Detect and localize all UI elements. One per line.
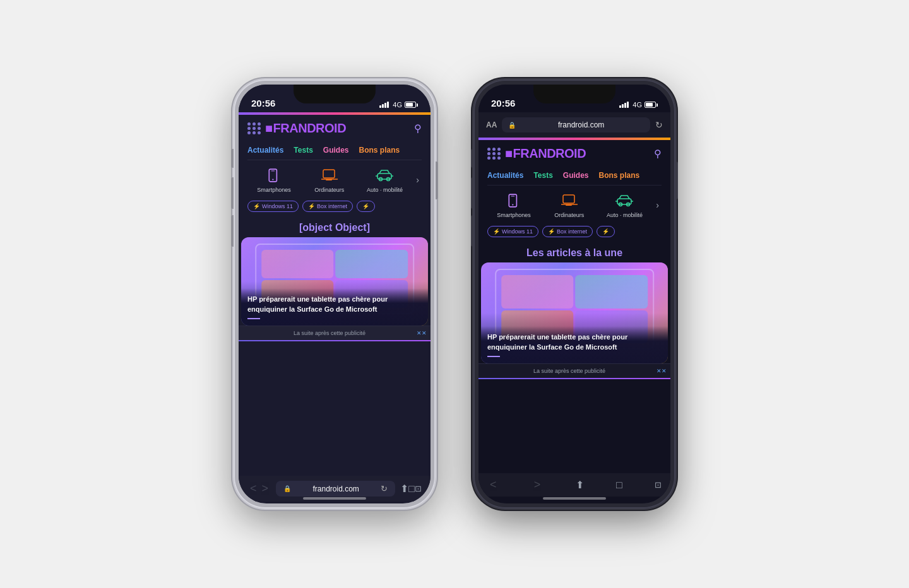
article-title-2: HP préparerait une tablette pas chère po… [487,332,662,352]
logo-2[interactable]: ■FRANDROID [505,146,586,161]
article-card-1[interactable]: HP préparerait une tablette pas chère po… [241,237,428,326]
volume-down-button-2 [471,215,473,247]
tag-box-2[interactable]: ⚡ Box internet [542,226,593,237]
nav-bons-plans-2[interactable]: Bons plans [599,171,640,180]
tag-windows-2[interactable]: ⚡ Windows 11 [487,226,538,237]
bookmarks-icon-2[interactable]: □ [616,479,622,491]
category-auto-2[interactable]: Auto · mobilité [598,192,651,218]
scene: 20:56 4G [0,0,909,588]
home-indicator-1 [303,497,366,500]
section-title-2: Les articles à la une [478,242,670,262]
volume-up-button-2 [471,177,473,209]
logo-area-1: ■FRANDROID [247,121,346,136]
url-bar-2[interactable]: 🔒 frandroid.com [502,117,650,132]
nav-tests-2[interactable]: Tests [533,171,552,180]
lock-icon-2: 🔒 [508,122,516,129]
menu-dots-icon-1[interactable] [247,122,261,134]
forward-button-2[interactable]: > [532,478,544,491]
svg-point-1 [272,179,273,180]
svg-rect-3 [323,170,335,178]
ad-gradient-2 [478,378,670,379]
reload-icon-1[interactable]: ↻ [381,484,388,493]
aa-label-2[interactable]: AA [486,121,497,129]
smartphones-label-1: Smartphones [257,187,291,193]
volume-up-button [231,177,234,209]
lightning-icon-5: ⚡ [548,228,555,235]
tabs-icon-1[interactable]: ⊡ [415,484,422,493]
ordinateurs-label-1: Ordinateurs [314,187,344,193]
network-type-1: 4G [393,101,402,109]
share-icon-1[interactable]: ⬆ [400,483,408,495]
tags-row-2: ⚡ Windows 11 ⚡ Box internet ⚡ [487,222,662,242]
status-time-2: 20:56 [491,98,515,109]
nav-tests-1[interactable]: Tests [294,146,312,155]
categories-chevron-2[interactable]: › [653,200,662,210]
browser-top-bar-2: AA 🔒 frandroid.com ↻ [478,112,670,138]
category-auto-1[interactable]: Auto · mobilité [359,167,412,193]
nav-guides-2[interactable]: Guides [563,171,589,180]
logo-area-2: ■FRANDROID [487,146,586,161]
lightning-icon-3: ⚡ [362,203,369,209]
mute-button [231,149,234,168]
search-icon-2[interactable]: ⚲ [654,148,662,160]
svg-rect-16 [566,204,572,206]
site-nav-1: Actualités Tests Guides Bons plans [247,141,422,160]
nav-bons-plans-1[interactable]: Bons plans [359,146,400,155]
nav-guides-1[interactable]: Guides [323,146,349,155]
smartphone-icon-1 [263,167,285,184]
site-header-2: ■FRANDROID ⚲ Actualités Tests Guides Bon… [478,140,670,242]
ad-bar-2: La suite après cette publicité ✕✕ [478,363,670,378]
url-bar-1[interactable]: 🔒 frandroid.com ↻ [276,481,395,497]
smartphone-icon-2 [502,192,525,209]
notch [294,85,376,103]
back-button-1[interactable]: < [247,482,259,495]
site-content-2[interactable]: ■FRANDROID ⚲ Actualités Tests Guides Bon… [478,140,670,473]
logo-1[interactable]: ■FRANDROID [265,121,346,136]
phone-2: 20:56 4G [473,79,675,509]
phone-1: 20:56 4G [234,79,436,509]
back-button-2[interactable]: < [487,478,499,491]
category-smartphones-2[interactable]: Smartphones [487,192,540,218]
forward-button-1[interactable]: > [259,482,271,495]
tag-windows-1[interactable]: ⚡ Windows 11 [247,201,299,212]
nav-actualites-2[interactable]: Actualités [487,171,523,180]
category-ordinateurs-2[interactable]: Ordinateurs [543,192,596,218]
category-smartphones-1[interactable]: Smartphones [247,167,300,193]
categories-2: Smartphones Ordinateurs [487,185,662,222]
svg-rect-14 [563,195,574,203]
svg-rect-5 [326,179,332,180]
menu-dots-icon-2[interactable] [487,148,501,160]
tag-extra-2[interactable]: ⚡ [597,226,615,237]
tabs-icon-2[interactable]: ⊡ [655,480,662,490]
nav-actualites-1[interactable]: Actualités [247,146,283,155]
laptop-icon-2 [558,192,581,209]
home-indicator-2 [543,497,606,500]
reload-icon-2[interactable]: ↻ [655,120,663,130]
categories-chevron-1[interactable]: › [413,175,422,185]
tag-box-label-1: Box internet [317,203,347,209]
bookmarks-icon-1[interactable]: □ [408,483,415,495]
network-type-2: 4G [633,101,642,109]
car-icon-2 [613,192,636,209]
article-card-2[interactable]: HP préparerait une tablette pas chère po… [481,262,668,363]
tag-windows-label-1: Windows 11 [262,203,293,209]
site-nav-2: Actualités Tests Guides Bons plans [487,166,662,185]
site-content-1[interactable]: ■FRANDROID ⚲ Actualités Tests Guides Bon… [239,115,431,476]
share-icon-2[interactable]: ⬆ [576,479,584,491]
auto-label-1: Auto · mobilité [367,187,403,193]
tag-box-1[interactable]: ⚡ Box internet [302,201,353,212]
search-icon-1[interactable]: ⚲ [414,122,422,134]
lock-icon-1: 🔒 [283,485,291,492]
section-title-1: [object Object] [239,217,431,237]
status-icons-1: 4G [379,101,418,109]
battery-icon-2 [645,102,658,108]
tag-extra-1[interactable]: ⚡ [357,201,375,212]
tag-box-label-2: Box internet [557,228,587,235]
category-ordinateurs-1[interactable]: Ordinateurs [303,167,356,193]
url-text-2: frandroid.com [518,121,644,129]
header-top-1: ■FRANDROID ⚲ [247,121,422,136]
header-top-2: ■FRANDROID ⚲ [487,146,662,161]
lightning-icon-2: ⚡ [308,203,315,209]
ad-bar-1: La suite après cette publicité ✕✕ [239,326,431,340]
ad-icon-2: ✕✕ [656,368,667,374]
